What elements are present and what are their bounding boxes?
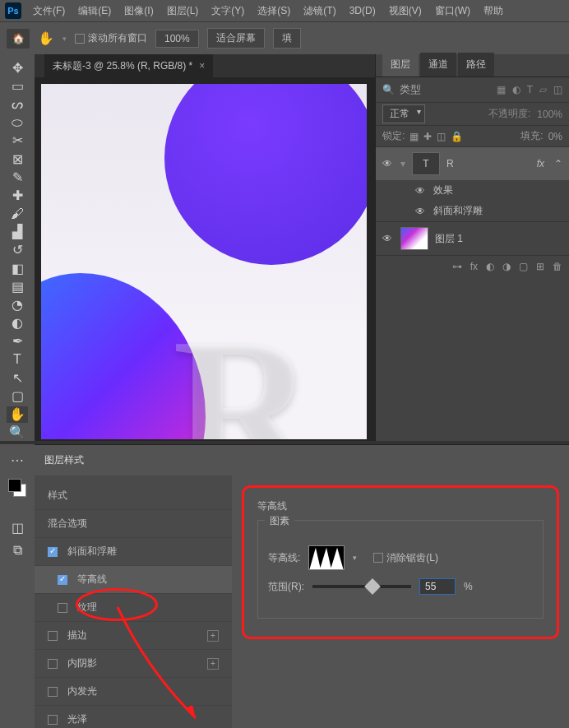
tab-paths[interactable]: 路径 xyxy=(458,53,494,77)
bevel-row[interactable]: 👁 斜面和浮雕 xyxy=(376,201,569,221)
antialias-option[interactable]: 消除锯齿(L) xyxy=(373,551,438,565)
innerglow-row[interactable]: 内发光 xyxy=(35,677,232,705)
filter-image-icon[interactable]: ▦ xyxy=(497,84,506,95)
menu-file[interactable]: 文件(F) xyxy=(26,4,72,18)
visibility-icon[interactable]: 👁 xyxy=(415,185,427,197)
eyedropper-tool[interactable]: ✎ xyxy=(7,169,28,185)
fit-screen-button[interactable]: 适合屏幕 xyxy=(207,28,265,49)
layer-row-r[interactable]: 👁 ▾ T R fx⌃ xyxy=(376,146,569,180)
healing-tool[interactable]: ✚ xyxy=(7,187,28,203)
screenmode-tool[interactable]: ⧉ xyxy=(7,540,28,561)
fill-adj-icon[interactable]: ◑ xyxy=(502,261,511,272)
pen-tool[interactable]: ✒ xyxy=(7,333,28,350)
document-tab[interactable]: 未标题-3 @ 25.8% (R, RGB/8) *× xyxy=(44,54,213,78)
stroke-row[interactable]: 描边+ xyxy=(35,621,232,649)
contour-picker[interactable] xyxy=(308,545,345,570)
visibility-icon[interactable]: 👁 xyxy=(382,158,394,169)
checkbox-icon[interactable] xyxy=(58,603,67,613)
path-tool[interactable]: ↖ xyxy=(7,369,28,386)
layer-row-1[interactable]: 👁 图层 1 xyxy=(376,221,569,255)
visibility-icon[interactable]: 👁 xyxy=(382,233,394,244)
contour-row[interactable]: 等高线 xyxy=(35,565,232,593)
fx-chevron-icon[interactable]: ⌃ xyxy=(554,158,562,169)
filter-type-icon[interactable]: T xyxy=(527,84,533,95)
innershadow-row[interactable]: 内阴影+ xyxy=(35,649,232,677)
texture-row[interactable]: 纹理 xyxy=(35,593,232,621)
shape-tool[interactable]: ▢ xyxy=(7,387,28,404)
opacity-value[interactable]: 100% xyxy=(537,109,562,120)
fx-icon[interactable]: fx xyxy=(470,261,478,272)
lock-pixels-icon[interactable]: ▦ xyxy=(409,131,419,142)
move-tool[interactable]: ✥ xyxy=(7,59,28,76)
plus-icon[interactable]: + xyxy=(207,630,219,642)
menu-help[interactable]: 帮助 xyxy=(477,4,510,18)
blending-options-row[interactable]: 混合选项 xyxy=(35,509,232,537)
effects-row[interactable]: 👁 效果 xyxy=(376,180,569,201)
gradient-tool[interactable]: ▤ xyxy=(7,278,28,294)
tab-channels[interactable]: 通道 xyxy=(420,53,456,77)
checkbox-icon[interactable] xyxy=(48,715,58,725)
quickmask-tool[interactable]: ◫ xyxy=(7,517,28,538)
group-icon[interactable]: ▢ xyxy=(519,261,528,272)
dodge-tool[interactable]: ◐ xyxy=(7,315,28,332)
fill-value[interactable]: 0% xyxy=(548,131,562,142)
color-swatch[interactable] xyxy=(8,479,26,497)
menu-filter[interactable]: 滤镜(T) xyxy=(297,4,342,18)
lasso-tool[interactable]: ᔕ xyxy=(7,95,28,112)
checkbox-icon[interactable] xyxy=(373,553,383,563)
tab-layers[interactable]: 图层 xyxy=(382,53,419,77)
zoom-tool[interactable]: 🔍 xyxy=(7,424,28,441)
menu-edit[interactable]: 编辑(E) xyxy=(72,4,118,18)
menu-image[interactable]: 图像(I) xyxy=(118,4,160,18)
visibility-icon[interactable]: 👁 xyxy=(415,206,427,217)
new-layer-icon[interactable]: ⊞ xyxy=(536,261,544,272)
plus-icon[interactable]: + xyxy=(207,658,219,670)
quickselect-tool[interactable]: ⬭ xyxy=(7,114,28,131)
hand-tool[interactable]: ✋ xyxy=(7,406,28,423)
fill-screen-button[interactable]: 填 xyxy=(273,28,301,49)
link-icon[interactable]: ⊶ xyxy=(452,261,462,272)
blur-tool[interactable]: ◔ xyxy=(7,296,28,313)
checkbox-icon[interactable] xyxy=(58,575,67,585)
zoom-level[interactable]: 100% xyxy=(155,30,199,48)
checkbox-icon[interactable] xyxy=(48,659,58,669)
layer-filter-input[interactable] xyxy=(400,84,441,96)
eraser-tool[interactable]: ◧ xyxy=(7,260,28,276)
marquee-tool[interactable]: ▭ xyxy=(7,77,28,94)
checkbox-icon[interactable] xyxy=(48,631,58,641)
range-slider[interactable] xyxy=(312,585,411,588)
type-tool[interactable]: T xyxy=(7,351,28,368)
close-icon[interactable]: × xyxy=(199,60,205,72)
range-input[interactable]: 55 xyxy=(419,578,456,595)
crop-tool[interactable]: ✂ xyxy=(7,132,28,149)
checkbox-icon[interactable] xyxy=(48,687,58,697)
satin-row[interactable]: 光泽 xyxy=(35,705,232,728)
trash-icon[interactable]: 🗑 xyxy=(553,261,562,272)
scroll-all-option[interactable]: 滚动所有窗口 xyxy=(75,31,147,45)
menu-view[interactable]: 视图(V) xyxy=(382,4,428,18)
bevel-row[interactable]: 斜面和浮雕 xyxy=(35,537,232,565)
stamp-tool[interactable]: ▟ xyxy=(7,224,28,240)
frame-tool[interactable]: ⊠ xyxy=(7,151,28,167)
checkbox-icon[interactable] xyxy=(48,547,58,557)
canvas[interactable]: R xyxy=(41,84,367,439)
brush-tool[interactable]: 🖌 xyxy=(7,206,28,222)
edit-toolbar[interactable]: ⋯ xyxy=(7,449,28,471)
mask-icon[interactable]: ◐ xyxy=(486,261,494,272)
menu-type[interactable]: 文字(Y) xyxy=(205,4,251,18)
history-brush-tool[interactable]: ↺ xyxy=(7,242,28,258)
menu-layer[interactable]: 图层(L) xyxy=(160,4,206,18)
menu-select[interactable]: 选择(S) xyxy=(251,4,297,18)
lock-all-icon[interactable]: 🔒 xyxy=(451,131,463,142)
chevron-down-icon[interactable]: ▾ xyxy=(353,554,357,562)
menu-window[interactable]: 窗口(W) xyxy=(428,4,477,18)
lock-position-icon[interactable]: ✚ xyxy=(423,131,432,142)
home-button[interactable]: 🏠 xyxy=(7,29,30,49)
menu-3d[interactable]: 3D(D) xyxy=(343,5,382,16)
filter-smart-icon[interactable]: ◫ xyxy=(553,84,562,95)
styles-heading[interactable]: 样式 xyxy=(35,482,232,509)
blend-mode-select[interactable]: 正常 xyxy=(382,104,425,123)
lock-artboard-icon[interactable]: ◫ xyxy=(437,131,446,142)
filter-adjust-icon[interactable]: ◐ xyxy=(512,84,520,95)
expand-icon[interactable]: ▾ xyxy=(400,158,405,169)
